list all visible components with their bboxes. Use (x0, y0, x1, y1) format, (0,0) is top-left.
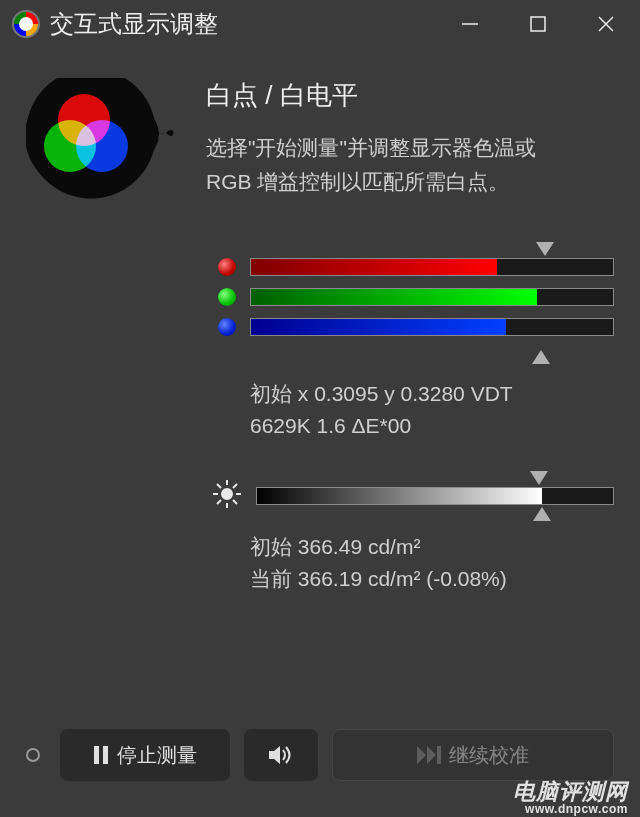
green-dot-icon (218, 288, 236, 306)
panel-heading: 白点 / 白电平 (206, 78, 614, 113)
footer: 停止测量 继续校准 (0, 729, 640, 781)
svg-point-8 (222, 489, 232, 499)
titlebar: 交互式显示调整 (0, 0, 640, 48)
svg-line-16 (217, 500, 221, 504)
svg-rect-18 (103, 746, 108, 764)
brightness-current-marker-icon (533, 507, 551, 521)
svg-line-14 (233, 500, 237, 504)
brightness-target-marker-icon (530, 471, 548, 485)
green-slider[interactable] (218, 288, 614, 306)
rgb-current-marker-icon (532, 350, 550, 364)
panel-description: 选择"开始测量"并调整显示器色温或 RGB 增益控制以匹配所需白点。 (206, 131, 614, 198)
rgb-target-marker-icon (536, 242, 554, 256)
svg-line-13 (217, 484, 221, 488)
stop-measurement-button[interactable]: 停止测量 (60, 729, 230, 781)
watermark: 电脑评测网 www.dnpcw.com (513, 781, 628, 815)
red-slider[interactable] (218, 258, 614, 276)
sound-button[interactable] (244, 729, 318, 781)
red-dot-icon (218, 258, 236, 276)
close-button[interactable] (572, 0, 640, 48)
brightness-icon (212, 479, 242, 513)
svg-rect-19 (437, 746, 441, 764)
app-icon (12, 10, 40, 38)
rgb-slider-group (218, 242, 614, 364)
svg-line-15 (233, 484, 237, 488)
pause-icon (93, 746, 109, 764)
svg-point-7 (76, 120, 128, 172)
window-title: 交互式显示调整 (50, 8, 436, 40)
maximize-button[interactable] (504, 0, 572, 48)
play-next-icon (417, 746, 441, 764)
speaker-icon (269, 745, 293, 765)
rgb-venn-icon (26, 78, 176, 208)
whitepoint-info: 初始 x 0.3095 y 0.3280 VDT 6629K 1.6 ΔE*00 (250, 378, 614, 441)
blue-dot-icon (218, 318, 236, 336)
brightness-info: 初始 366.49 cd/m² 当前 366.19 cd/m² (-0.08%) (250, 531, 614, 594)
brightness-slider[interactable] (256, 471, 614, 521)
blue-slider[interactable] (218, 318, 614, 336)
continue-calibration-button[interactable]: 继续校准 (332, 729, 614, 781)
svg-rect-1 (531, 17, 545, 31)
minimize-button[interactable] (436, 0, 504, 48)
svg-rect-17 (94, 746, 99, 764)
status-indicator-icon (26, 748, 40, 762)
